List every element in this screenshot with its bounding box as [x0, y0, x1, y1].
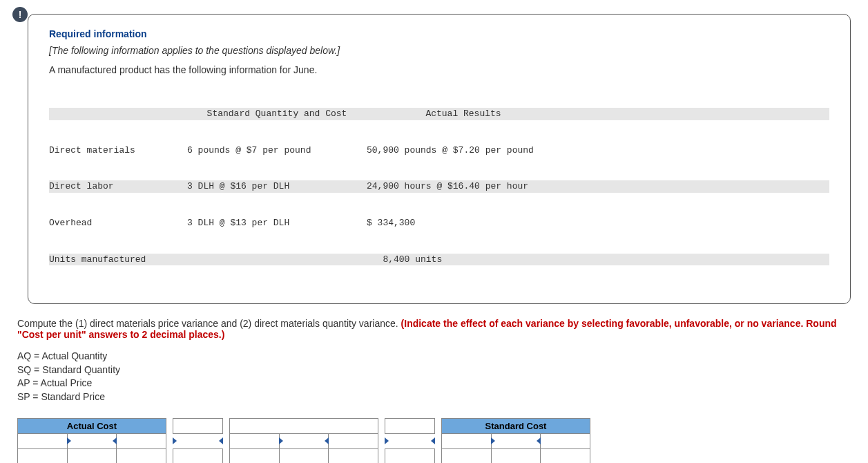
row-act: 24,900 hours @ $16.40 per hour: [367, 180, 560, 193]
mid-qty-value[interactable]: [230, 448, 280, 463]
spacer: [173, 433, 223, 448]
std-qty-value[interactable]: [442, 448, 492, 463]
mid-times: [279, 433, 329, 448]
actual-x: [67, 448, 117, 463]
applies-note: [The following information applies to th…: [49, 45, 829, 56]
actual-times: [67, 433, 117, 448]
row-label: Direct materials: [49, 144, 187, 157]
def-ap: AP = Actual Price: [17, 377, 851, 390]
spacer2-val: [385, 448, 435, 463]
question-area: Compute the (1) direct materials price v…: [17, 318, 851, 463]
std-x: [491, 448, 541, 463]
variance-worksheet: Actual Cost Standard Cost: [17, 418, 590, 463]
required-info-title: Required information: [49, 28, 829, 39]
actual-cost-header: Actual Cost: [18, 418, 166, 433]
actual-price-value[interactable]: [117, 448, 166, 463]
row-std: 3 DLH @ $16 per DLH: [187, 180, 367, 193]
intro-line: A manufactured product has the following…: [49, 64, 829, 75]
row-label: Direct labor: [49, 180, 187, 193]
standard-cost-header: Standard Cost: [442, 418, 590, 433]
row-act: 8,400 units: [367, 254, 560, 266]
spacer-val: [173, 448, 223, 463]
std-price-input[interactable]: [541, 433, 590, 448]
row-label: Overhead: [49, 217, 187, 229]
def-sq: SQ = Standard Quantity: [17, 363, 851, 377]
row-label: Units manufactured: [49, 254, 187, 266]
row-std: 3 DLH @ $13 per DLH: [187, 217, 367, 229]
row-std: [187, 254, 367, 266]
required-info-panel: Required information [The following info…: [28, 14, 851, 304]
std-header: Standard Quantity and Cost: [187, 108, 367, 120]
mid-x: [279, 448, 329, 463]
def-sp: SP = Standard Price: [17, 390, 851, 404]
row-act: $ 334,300: [367, 217, 560, 229]
info-icon: !: [12, 7, 28, 22]
spacer2: [385, 433, 435, 448]
mid-price-value[interactable]: [329, 448, 378, 463]
def-aq: AQ = Actual Quantity: [17, 350, 851, 363]
actual-qty-input[interactable]: [18, 433, 68, 448]
actual-price-input[interactable]: [117, 433, 166, 448]
row-act: 50,900 pounds @ $7.20 per pound: [367, 144, 560, 157]
mid-qty-input[interactable]: [230, 433, 280, 448]
question-text: Compute the (1) direct materials price v…: [17, 318, 851, 340]
act-header: Actual Results: [367, 108, 560, 120]
question-text-main: Compute the (1) direct materials price v…: [17, 318, 401, 329]
data-block: Standard Quantity and Cost Actual Result…: [49, 84, 829, 290]
mid-price-input[interactable]: [329, 433, 378, 448]
actual-qty-value[interactable]: [18, 448, 68, 463]
legend-defs: AQ = Actual Quantity SQ = Standard Quant…: [17, 350, 851, 404]
std-times: [491, 433, 541, 448]
std-qty-input[interactable]: [442, 433, 492, 448]
std-price-value[interactable]: [541, 448, 590, 463]
row-std: 6 pounds @ $7 per pound: [187, 144, 367, 157]
